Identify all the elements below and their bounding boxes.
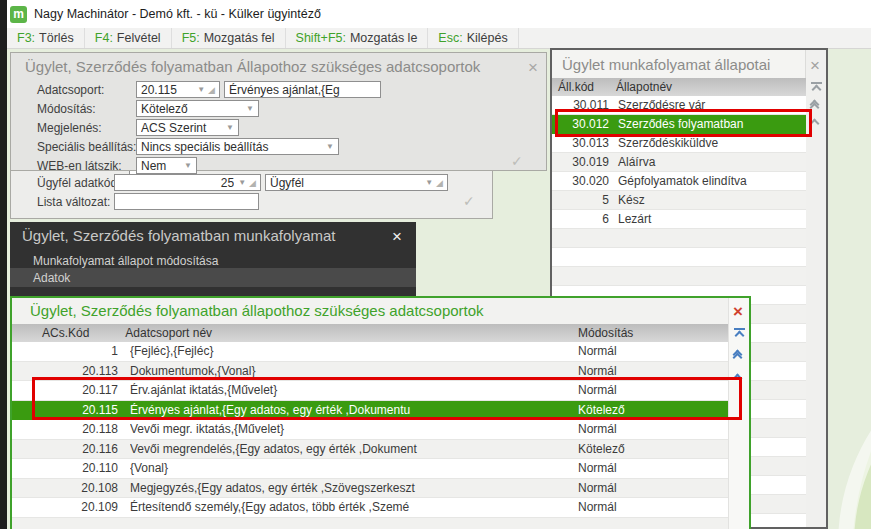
table-row[interactable]: 20.108Megjegyzés,{Egy adatos, egy érték … [12, 479, 728, 499]
table-cell-code: 20.110 [12, 461, 118, 475]
modositas-select[interactable]: Kötelező ▼ [136, 100, 259, 117]
table-header: Áll.kód Állapotnév [552, 78, 806, 96]
close-icon[interactable]: × [810, 57, 820, 74]
table-row[interactable]: 5Kész [552, 191, 806, 210]
table-cell-code: 30.020 [552, 174, 609, 188]
table-cell-mod: Kötelező [578, 442, 728, 456]
table-row[interactable]: 1{Fejléc},{Fejléc}Normál [12, 342, 728, 362]
column-header-allapotnev: Állapotnév [616, 80, 672, 94]
background-swoosh [838, 330, 871, 529]
table-cell-mod: Normál [578, 461, 728, 475]
adatcsoport-name-input[interactable] [224, 81, 381, 98]
ugyfel-adatkod-value: 25 [119, 176, 234, 190]
table-cell-name: Vevői megrendelés,{Egy adatos, egy érték… [130, 442, 578, 456]
table-row[interactable]: 20.115Érvényes ajánlat,{Egy adatos, egy … [12, 401, 728, 421]
app-window: m Nagy Machinátor - Demó kft. - kü - Kül… [0, 0, 871, 529]
table-cell-mod: Normál [578, 364, 728, 378]
panel-title: Ügylet, Szerződés folyamatban munkafolya… [22, 227, 335, 244]
menu-item-key: F3: [17, 31, 35, 45]
specialis-value: Nincs speciális beállítás [141, 140, 322, 154]
table-cell-code: 20.113 [12, 364, 118, 378]
menu-item[interactable]: Shift+F5:Mozgatás le [286, 28, 429, 48]
chevron-down-icon[interactable]: ▼ [226, 123, 234, 132]
table-row[interactable]: 30.012Szerződés folyamatban [552, 115, 806, 134]
menu-item[interactable]: F3:Törlés [7, 28, 85, 48]
table-row[interactable]: 6Lezárt [552, 210, 806, 229]
scroll-page-up-icon[interactable] [734, 351, 741, 361]
table-row[interactable]: 20.110{Vonal}Normál [12, 459, 728, 479]
table-cell-code: 1 [12, 344, 118, 358]
close-icon[interactable]: × [733, 303, 743, 320]
megjelenes-label: Megjelenés: [37, 121, 102, 135]
ugyfel-adatkod-select[interactable]: 25 ▼ ◢ [114, 174, 261, 191]
table-row[interactable]: 30.013Szerződéskiküldve [552, 134, 806, 153]
megjelenes-select[interactable]: ACS Szerint ▼ [136, 119, 239, 136]
table-row[interactable]: 20.117Érv.ajánlat iktatás,{Művelet}Normá… [12, 381, 728, 401]
table-cell-name: {Fejléc},{Fejléc} [130, 344, 578, 358]
lista-valtozat-label: Lista változat: [37, 195, 110, 209]
table-cell-code: 30.011 [552, 98, 609, 112]
modositas-value: Kötelező [141, 102, 242, 116]
panel-scroll-column: × [805, 50, 826, 527]
menu-item[interactable]: F4:Felvétel [85, 28, 172, 48]
table-row[interactable]: 30.019Aláírva [552, 153, 806, 172]
menu-item-key: F4: [95, 31, 113, 45]
table-cell-mod: Normál [578, 344, 728, 358]
table-row[interactable]: 30.020Gépfolyamatok elindítva [552, 172, 806, 191]
menu-item-label: Adatok [33, 271, 70, 285]
chevron-down-icon[interactable]: ▼ [425, 178, 433, 187]
table-row-empty [12, 518, 728, 529]
table-row[interactable]: 30.011Szerződésre vár [552, 96, 806, 115]
chevron-down-icon[interactable]: ▼ [197, 85, 205, 94]
table-cell-name: Szerződés folyamatban [618, 117, 743, 131]
table-cell-name: Aláírva [618, 155, 655, 169]
chevron-down-icon[interactable]: ▼ [238, 178, 246, 187]
panel-title: Ügylet, Szerződés folyamatban Állapothoz… [25, 58, 480, 75]
menu-item-label: Felvétel [117, 31, 161, 45]
confirm-check-icon[interactable]: ✓ [511, 153, 523, 169]
adatcsoport-code-select[interactable]: 20.115 ▼ ◢ [136, 81, 220, 98]
lista-valtozat-input[interactable] [114, 193, 259, 210]
table-cell-code: 20.118 [12, 422, 118, 436]
column-header-allkod: Áll.kód [558, 80, 594, 94]
scroll-page-up-icon[interactable] [811, 101, 818, 111]
menu-item-label: Kilépés [467, 31, 508, 45]
chevron-down-icon[interactable]: ▼ [184, 161, 192, 170]
scroll-to-top-icon[interactable] [811, 82, 822, 93]
adatcsoport-code-value: 20.115 [141, 83, 193, 97]
close-icon[interactable]: × [528, 59, 538, 76]
confirm-check-icon[interactable]: ✓ [463, 193, 475, 209]
menu-item-label: Mozgatás fel [204, 31, 275, 45]
web-latszik-value: Nem [141, 159, 180, 173]
table-cell-mod: Normál [578, 481, 728, 495]
panel-scroll-column: × [728, 298, 749, 529]
adatcsoport-label: Adatcsoport: [37, 83, 104, 97]
panel-munkafolyamat-menu: Ügylet, Szerződés folyamatban munkafolya… [10, 222, 416, 296]
ugyfel-tipus-select[interactable]: Ügyfél ▼ ◢ [265, 174, 448, 191]
close-icon[interactable]: × [392, 228, 402, 245]
specialis-select[interactable]: Nincs speciális beállítás ▼ [136, 138, 339, 155]
panel-allapothoz-adatcsoportok-lista: Ügylet, Szerződés folyamatban állapothoz… [10, 296, 751, 529]
scroll-up-icon[interactable] [811, 120, 818, 127]
resize-corner-icon: ◢ [436, 178, 443, 188]
menu-item-allapot-modositasa[interactable]: Munkafolyamat állapot módosítása [33, 254, 218, 268]
menu-item[interactable]: F5:Mozgatás fel [172, 28, 286, 48]
menu-item[interactable]: Esc:Kilépés [428, 28, 518, 48]
table-row[interactable]: 20.109Értesítendő személy,{Egy adatos, t… [12, 498, 728, 518]
scroll-up-icon[interactable] [734, 375, 741, 382]
chevron-down-icon[interactable]: ▼ [326, 142, 334, 151]
table-row-empty [552, 267, 806, 286]
table-row[interactable]: 20.118Vevői megr. iktatás,{Művelet}Normá… [12, 420, 728, 440]
scroll-to-top-icon[interactable] [734, 328, 745, 339]
table-row[interactable]: 20.116Vevői megrendelés,{Egy adatos, egy… [12, 440, 728, 460]
table-cell-name: Lezárt [618, 212, 651, 226]
background-window-edge [0, 0, 7, 529]
table-cell-mod: Normál [578, 383, 728, 397]
megjelenes-value: ACS Szerint [141, 121, 222, 135]
table-row[interactable]: 20.113Dokumentumok,{Vonal}Normál [12, 362, 728, 382]
table-cell-code: 30.013 [552, 136, 609, 150]
menu-item-adatok[interactable]: Adatok [10, 268, 416, 287]
table-row-empty [552, 248, 806, 267]
web-latszik-select[interactable]: Nem ▼ [136, 157, 197, 174]
chevron-down-icon[interactable]: ▼ [246, 104, 254, 113]
